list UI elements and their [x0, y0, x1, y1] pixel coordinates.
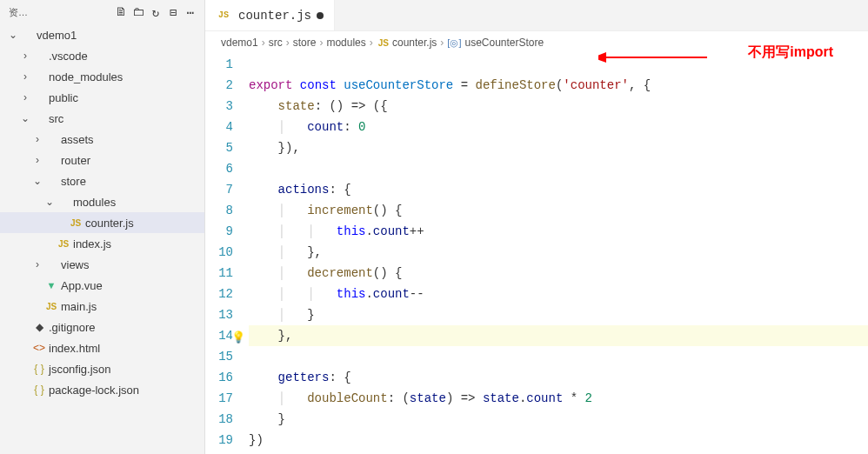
- line-gutter: 12345678910111213141516171819: [205, 54, 249, 454]
- twisty-icon: ›: [31, 133, 43, 145]
- twisty-icon: ⌄: [31, 175, 43, 187]
- line-number: 19: [205, 430, 233, 451]
- code-line[interactable]: getters: {: [249, 367, 868, 388]
- js-icon: JS: [378, 38, 389, 48]
- tree-label: App.vue: [61, 279, 103, 292]
- tree-file[interactable]: { }jsconfig.json: [0, 358, 204, 379]
- tree-label: views: [61, 258, 90, 271]
- crumb[interactable]: store: [293, 37, 317, 49]
- editor-area: JS counter.js vdemo1 › src › store › mod…: [205, 0, 868, 454]
- code-line[interactable]: }),: [249, 137, 868, 158]
- tree-folder[interactable]: ›.vscode: [0, 45, 204, 66]
- twisty-icon: ⌄: [19, 112, 31, 124]
- new-folder-icon[interactable]: 🗀: [130, 5, 147, 19]
- breadcrumb[interactable]: vdemo1 › src › store › modules › JS coun…: [205, 31, 868, 54]
- html-icon: <>: [31, 342, 47, 354]
- tree-folder[interactable]: ›node_modules: [0, 66, 204, 87]
- tree-file[interactable]: <>index.html: [0, 337, 204, 358]
- code-line[interactable]: │ doubleCount: (state) => state.count * …: [249, 388, 868, 409]
- tree-label: jsconfig.json: [49, 363, 111, 376]
- tree-folder[interactable]: ⌄vdemo1: [0, 24, 204, 45]
- twisty-icon: ›: [19, 91, 31, 103]
- line-number: 13: [205, 304, 233, 325]
- tree-file[interactable]: JSindex.js: [0, 233, 204, 254]
- lightbulb-icon[interactable]: 💡: [231, 328, 245, 349]
- tree-folder[interactable]: ⌄modules: [0, 191, 204, 212]
- code-line[interactable]: state: () => ({: [249, 96, 868, 117]
- line-number: 4: [205, 117, 233, 137]
- code-line[interactable]: │ decrement() {: [249, 263, 868, 284]
- tree-label: index.js: [73, 237, 111, 250]
- code-line[interactable]: │ },: [249, 242, 868, 263]
- tree-folder[interactable]: ›public: [0, 87, 204, 108]
- dirty-indicator-icon: [317, 12, 324, 19]
- crumb[interactable]: useCounterStore: [464, 37, 544, 49]
- refresh-icon[interactable]: ↻: [147, 5, 164, 20]
- tree-label: package-lock.json: [49, 384, 139, 397]
- code-line[interactable]: │ │ this.count++: [249, 221, 868, 242]
- line-number: 14: [205, 325, 233, 346]
- json-icon: { }: [31, 363, 47, 375]
- collapse-icon[interactable]: ⊟: [164, 5, 182, 20]
- code-content[interactable]: export const useCounterStore = defineSto…: [249, 54, 868, 454]
- js-icon: JS: [68, 217, 83, 229]
- tree-file[interactable]: JScounter.js: [0, 212, 204, 233]
- crumb[interactable]: vdemo1: [221, 37, 258, 49]
- code-line[interactable]: │ }: [249, 304, 868, 325]
- twisty-icon: ›: [19, 70, 31, 83]
- tree-label: src: [49, 112, 63, 125]
- tree-label: public: [49, 91, 78, 104]
- line-number: 6: [205, 158, 233, 179]
- tree-folder[interactable]: ›router: [0, 150, 204, 170]
- vscode-window: 资… 🗎 🗀 ↻ ⊟ ⋯ ⌄vdemo1›.vscode›node_module…: [0, 0, 868, 454]
- explorer-sidebar: 资… 🗎 🗀 ↻ ⊟ ⋯ ⌄vdemo1›.vscode›node_module…: [0, 0, 205, 454]
- code-line[interactable]: },💡: [249, 325, 868, 346]
- tree-folder[interactable]: ›views: [0, 254, 204, 275]
- code-line[interactable]: │ │ this.count--: [249, 284, 868, 304]
- code-line[interactable]: │ count: 0: [249, 117, 868, 137]
- code-line[interactable]: export const useCounterStore = defineSto…: [249, 75, 868, 96]
- tree-file[interactable]: ◆.gitignore: [0, 317, 204, 337]
- tree-label: .gitignore: [49, 321, 95, 334]
- tree-file[interactable]: JSmain.js: [0, 296, 204, 317]
- crumb[interactable]: counter.js: [392, 37, 437, 49]
- tree-label: counter.js: [85, 217, 134, 230]
- code-line[interactable]: }: [249, 409, 868, 430]
- code-line[interactable]: [249, 346, 868, 367]
- twisty-icon: ›: [19, 50, 31, 62]
- new-file-icon[interactable]: 🗎: [112, 5, 130, 19]
- line-number: 5: [205, 137, 233, 158]
- tree-file[interactable]: ▼App.vue: [0, 275, 204, 296]
- crumb[interactable]: src: [269, 37, 283, 49]
- js-icon: JS: [216, 10, 231, 20]
- line-number: 8: [205, 200, 233, 221]
- symbol-icon: [◎]: [447, 37, 461, 49]
- tab-bar: JS counter.js: [205, 0, 868, 31]
- line-number: 10: [205, 242, 233, 263]
- git-icon: ◆: [31, 321, 47, 333]
- twisty-icon: ⌄: [43, 196, 56, 208]
- js-icon: JS: [56, 237, 71, 250]
- code-line[interactable]: [249, 158, 868, 179]
- line-number: 11: [205, 263, 233, 284]
- code-line[interactable]: }): [249, 430, 868, 451]
- tree-label: store: [61, 175, 86, 188]
- more-icon[interactable]: ⋯: [182, 5, 199, 20]
- tab-counter-js[interactable]: JS counter.js: [205, 0, 335, 30]
- tree-label: node_modules: [49, 70, 123, 83]
- line-number: 18: [205, 409, 233, 430]
- line-number: 2: [205, 75, 233, 96]
- code-line[interactable]: [249, 54, 868, 75]
- code-line[interactable]: actions: {: [249, 179, 868, 200]
- crumb[interactable]: modules: [326, 37, 365, 49]
- code-line[interactable]: │ increment() {: [249, 200, 868, 221]
- code-editor[interactable]: 12345678910111213141516171819 export con…: [205, 54, 868, 454]
- json-icon: { }: [31, 384, 47, 396]
- file-tree: ⌄vdemo1›.vscode›node_modules›public⌄src›…: [0, 24, 204, 454]
- tree-file[interactable]: { }package-lock.json: [0, 379, 204, 400]
- tree-folder[interactable]: ⌄src: [0, 108, 204, 129]
- tree-folder[interactable]: ›assets: [0, 129, 204, 150]
- line-number: 17: [205, 388, 233, 409]
- tree-folder[interactable]: ⌄store: [0, 170, 204, 191]
- tree-label: router: [61, 154, 90, 167]
